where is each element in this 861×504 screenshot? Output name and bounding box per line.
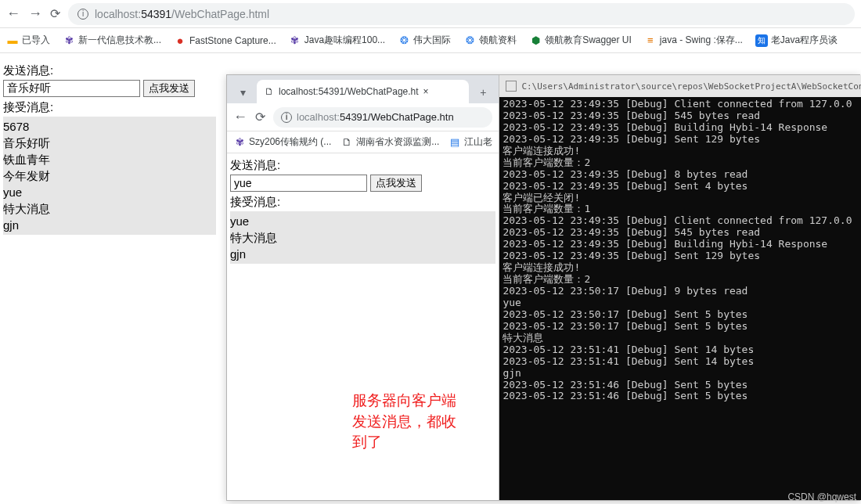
reload-button[interactable]: ⟳ (255, 110, 265, 124)
bookmarks-bar-2: ✾Szy206传输规约 (... 🗋湖南省水资源监测... ▤江山老 (227, 131, 499, 153)
browser-tab[interactable]: 🗋 localhost:54391/WebChatPage.ht × (257, 80, 469, 103)
bookmarks-bar: ▬已导入 ✾新一代信息技术教... ●FastStone Capture... … (0, 28, 861, 53)
tab-list-button[interactable]: ▾ (232, 81, 254, 103)
reload-button[interactable]: ⟳ (50, 6, 60, 21)
second-window: ▾ 🗋 localhost:54391/WebChatPage.ht × + ←… (226, 74, 860, 501)
back-button[interactable]: ← (6, 5, 20, 22)
console-output[interactable]: 2023-05-12 23:49:35 [Debug] Client conne… (499, 97, 861, 500)
web-chat-page-2: 发送消息: 点我发送 接受消息: yue 特大消息 gjn 服务器向客户端 发送… (227, 153, 499, 500)
send-label: 发送消息: (3, 63, 216, 78)
forward-button[interactable]: → (28, 5, 42, 22)
new-tab-button[interactable]: + (472, 81, 494, 103)
url-port: 54391 (141, 8, 171, 20)
zhi-icon: 知 (755, 34, 768, 47)
watermark: CSDN @hqwest (787, 491, 856, 502)
site-info-icon[interactable]: i (77, 9, 88, 20)
page-icon: ▤ (449, 136, 461, 149)
back-button[interactable]: ← (233, 109, 247, 125)
bookmark-item[interactable]: 知老Java程序员谈 (755, 34, 838, 47)
bookmark-item[interactable]: ❂领航资料 (463, 34, 517, 47)
address-bar-2[interactable]: i localhost:54391/WebChatPage.htn (273, 107, 492, 128)
folder-icon: ▬ (6, 34, 19, 47)
page-icon: 🗋 (265, 86, 274, 97)
message-item: 铁血青年 (3, 151, 216, 167)
message-item: gjn (230, 246, 495, 262)
bookmark-item[interactable]: ✾Java趣味编程100... (289, 34, 385, 47)
browser-toolbar-2: ← ⟳ i localhost:54391/WebChatPage.htn (227, 103, 499, 131)
second-browser: ▾ 🗋 localhost:54391/WebChatPage.ht × + ←… (227, 75, 499, 500)
recv-label: 接受消息: (230, 195, 495, 210)
address-bar[interactable]: i localhost:54391/WebChatPage.html (68, 3, 855, 25)
message-item: 5678 (3, 118, 216, 135)
bookmark-item[interactable]: 🗋湖南省水资源监测... (340, 135, 439, 149)
message-item: 今年发财 (3, 167, 216, 184)
send-label: 发送消息: (230, 158, 495, 173)
message-list: yue 特大消息 gjn (230, 211, 495, 264)
paw-icon: ✾ (289, 34, 301, 47)
console-titlebar[interactable]: C:\Users\Administrator\source\repos\WebS… (499, 75, 861, 97)
console-window: C:\Users\Administrator\source\repos\WebS… (499, 75, 861, 500)
tab-strip: ▾ 🗋 localhost:54391/WebChatPage.ht × + (227, 75, 499, 103)
send-button[interactable]: 点我发送 (370, 175, 422, 192)
site-info-icon[interactable]: i (281, 112, 292, 123)
bookmark-item[interactable]: ✾Szy206传输规约 (... (233, 135, 331, 149)
tab-title: localhost:54391/WebChatPage.ht (279, 86, 419, 97)
message-list: 5678 音乐好听 铁血青年 今年发财 yue 特大消息 gjn (3, 117, 216, 235)
url-host: localhost: (95, 8, 141, 20)
message-item: yue (3, 184, 216, 200)
message-item: yue (230, 213, 495, 229)
record-icon: ● (174, 34, 186, 47)
recv-label: 接受消息: (3, 100, 216, 115)
url-path: /WebChatPage.html (171, 8, 269, 20)
browser-toolbar: ← → ⟳ i localhost:54391/WebChatPage.html (0, 0, 861, 28)
bookmark-item[interactable]: ▤江山老 (449, 135, 492, 149)
message-item: 特大消息 (3, 200, 216, 217)
swagger-icon: ⬢ (529, 34, 542, 47)
bookmark-item[interactable]: ⬢领航教育Swagger UI (529, 34, 632, 47)
annotation-text: 服务器向客户端 发送消息，都收 到了 (352, 391, 456, 453)
paw-icon: ✾ (63, 34, 75, 47)
message-input[interactable] (230, 175, 367, 192)
message-item: 特大消息 (230, 229, 495, 246)
globe-icon: ❂ (463, 34, 476, 47)
paw-icon: ✾ (233, 136, 246, 149)
bookmark-item[interactable]: ▬已导入 (6, 34, 50, 47)
stack-icon: ≡ (644, 34, 657, 47)
web-chat-page-1: 发送消息: 点我发送 接受消息: 5678 音乐好听 铁血青年 今年发财 yue… (0, 59, 219, 238)
console-icon (506, 81, 517, 92)
close-tab-icon[interactable]: × (423, 86, 429, 97)
bookmark-item[interactable]: ❂伟大国际 (398, 34, 451, 47)
send-button[interactable]: 点我发送 (143, 80, 195, 97)
bookmark-item[interactable]: ●FastStone Capture... (174, 34, 276, 47)
message-item: gjn (3, 217, 216, 233)
message-input[interactable] (3, 80, 140, 97)
globe-icon: ❂ (398, 34, 410, 47)
bookmark-item[interactable]: ✾新一代信息技术教... (63, 34, 161, 47)
page-icon: 🗋 (340, 136, 353, 149)
bookmark-item[interactable]: ≡java - Swing :保存... (644, 34, 743, 47)
message-item: 音乐好听 (3, 135, 216, 151)
console-title-text: C:\Users\Administrator\source\repos\WebS… (521, 81, 861, 92)
